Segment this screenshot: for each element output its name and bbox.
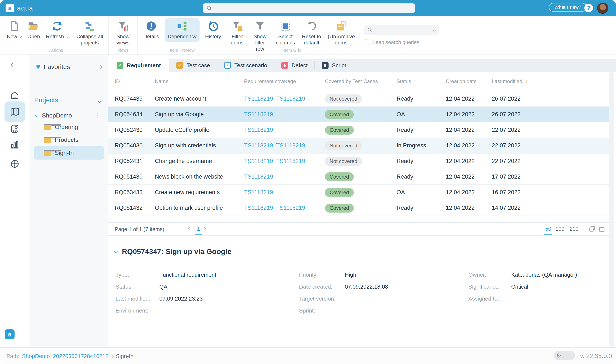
col-header-name[interactable]: Name <box>155 78 244 84</box>
show-views-button[interactable]: Show views <box>109 18 137 48</box>
col-header-modified[interactable]: Last modified ↓ <box>492 78 554 85</box>
table-row[interactable]: RQ053433 Create new requirements TS11182… <box>108 185 609 200</box>
page-size-100[interactable]: 100 <box>555 226 564 232</box>
refresh-button[interactable]: Refresh <box>43 18 71 42</box>
keep-search-queries-option[interactable]: Keep search queries <box>364 39 419 45</box>
coverage-links[interactable]: TS1118219, TS1118219 <box>244 158 305 164</box>
open-button[interactable]: Open <box>24 18 43 42</box>
field-value: High <box>345 272 356 278</box>
projects-title[interactable]: Projects <box>34 96 58 104</box>
table-row-selected[interactable]: RQ054634 Sign up via Google TS1118219 Co… <box>108 107 609 122</box>
page-size-50[interactable]: 50 <box>544 226 552 234</box>
cell-name: Option to mark user profile <box>155 205 244 211</box>
tab-defect[interactable]: Defect <box>274 59 315 72</box>
unarchive-items-button[interactable]: (Un)Archive items <box>325 18 358 48</box>
select-columns-button[interactable]: Select columns <box>273 18 298 48</box>
collapse-all-projects-button[interactable]: Collapse all projects <box>71 18 108 48</box>
table-row[interactable]: RQ051430 News block on the website TS111… <box>108 169 609 185</box>
favorites-expand-icon[interactable] <box>98 65 102 69</box>
field-value: 07.09.2022,23:23 <box>159 295 203 302</box>
reset-to-default-button[interactable]: Reset to default <box>298 18 325 48</box>
chevron-down-icon[interactable] <box>114 249 118 254</box>
home-icon[interactable] <box>10 90 20 100</box>
table-row[interactable]: RQ051432 Option to mark user profile TS1… <box>108 200 609 216</box>
current-page[interactable]: 1 <box>195 226 202 234</box>
kebab-menu-icon[interactable]: ⋮ <box>95 112 101 119</box>
dependency-button[interactable]: Dependency <box>165 18 200 42</box>
table-row[interactable]: RQ052439 Update eCoffe profile TS1118219… <box>108 122 609 138</box>
chevron-down-icon[interactable] <box>433 29 436 32</box>
settings-toggle[interactable]: ⚙ <box>554 351 575 360</box>
collapse-panel-icon[interactable] <box>11 63 15 67</box>
global-search-input[interactable] <box>203 3 415 13</box>
folder-icon <box>44 150 51 156</box>
cell-id: RQ054634 <box>108 111 155 118</box>
new-button[interactable]: New <box>4 18 24 42</box>
coverage-links[interactable]: TS1118219, TS1118219 <box>244 95 305 102</box>
collapse-projects-icon <box>84 21 95 32</box>
coverage-links[interactable]: TS1118219 <box>244 127 273 133</box>
coverage-badge: Covered <box>325 188 354 197</box>
archive-items-icon <box>336 21 347 32</box>
sort-desc-icon[interactable]: ↓ <box>525 78 528 85</box>
col-header-id[interactable]: ID <box>108 78 155 84</box>
cell-modified: 22.07.2022 <box>492 158 554 165</box>
page-summary: Page 1 of 1 (7 items) <box>115 226 164 233</box>
new-label: New <box>7 33 17 39</box>
projects-collapse-icon[interactable] <box>97 99 102 103</box>
cell-modified: 22.07.2022 <box>492 142 554 149</box>
col-header-coverage[interactable]: Requirement coverage <box>244 78 325 84</box>
tab-test-scenario[interactable]: Test scenario <box>217 59 274 72</box>
requirements-table: ID Name Requirement coverage Covered by … <box>108 72 609 216</box>
dashboard-icon[interactable] <box>10 159 20 169</box>
tree-item-shopdemo[interactable]: ShopDemo <box>36 112 72 119</box>
copy-icon[interactable] <box>589 225 596 233</box>
detail-header[interactable]: RQ0574347: Sign up via Google <box>115 247 232 256</box>
tree-item-ordering[interactable]: Ordering <box>44 124 78 130</box>
coverage-links[interactable]: TS1118219 <box>244 173 273 180</box>
archive-box-icon[interactable] <box>598 225 605 233</box>
coverage-badge: Not covered <box>325 141 362 150</box>
tree-item-sign-in[interactable]: Sign-In <box>44 150 74 156</box>
coverage-badge: Covered <box>325 172 354 181</box>
next-page-icon[interactable] <box>203 227 206 230</box>
favorites-header[interactable]: ♥ Favorites <box>36 63 70 71</box>
chevron-down-icon[interactable] <box>35 114 38 117</box>
table-row[interactable]: RQ052431 Change the username TS1118219, … <box>108 154 609 169</box>
help-button[interactable]: ? <box>584 4 593 12</box>
coverage-links[interactable]: TS1118219 <box>244 111 273 117</box>
cell-status: Ready <box>397 173 446 180</box>
cell-created: 12.04.2022 <box>446 111 492 118</box>
detail-column-3: Owner:Kate, Jonas (QA manager) Significa… <box>468 269 610 305</box>
automation-icon[interactable] <box>10 124 20 134</box>
filter-items-button[interactable]: Filter items <box>227 18 247 48</box>
details-button[interactable]: Details <box>140 18 162 42</box>
coverage-links[interactable]: TS1118219, TS1118219 <box>244 142 305 149</box>
col-header-created[interactable]: Creation date <box>446 78 492 84</box>
ribbon-search-input[interactable] <box>364 25 439 35</box>
coverage-links[interactable]: TS1118219 <box>244 189 273 195</box>
reports-icon[interactable] <box>10 140 20 150</box>
whats-new-button[interactable]: What's new? <box>549 3 587 12</box>
col-header-covered[interactable]: Covered by Test Cases <box>325 78 397 84</box>
user-avatar[interactable] <box>597 2 608 14</box>
show-views-label: Show views <box>112 33 134 46</box>
history-button[interactable]: History <box>202 18 224 42</box>
coverage-links[interactable]: TS1118219, TS1118219 <box>244 205 305 211</box>
cell-created: 12.04.2022 <box>446 95 492 102</box>
path-project-link[interactable]: ShopDemo_202203301728416212 <box>22 353 109 360</box>
field-label: Date created: <box>299 284 345 290</box>
page-size-200[interactable]: 200 <box>570 226 579 232</box>
prev-page-icon[interactable] <box>188 227 191 230</box>
tab-requirement[interactable]: Requirement <box>108 59 169 72</box>
map-view-icon[interactable] <box>10 107 20 117</box>
tree-item-products[interactable]: Products <box>44 136 79 143</box>
vertical-scrollbar[interactable] <box>609 72 614 347</box>
tab-test-case[interactable]: Test case <box>169 59 217 72</box>
col-header-status[interactable]: Status <box>397 78 446 84</box>
table-row[interactable]: RQ054030 Sign up with credentials TS1118… <box>108 138 609 154</box>
keep-search-checkbox[interactable] <box>364 39 369 45</box>
table-row[interactable]: RQ074435 Create new account TS1118219, T… <box>108 91 609 107</box>
field-value: Functional requirement <box>159 272 216 278</box>
tab-script[interactable]: Script <box>315 59 353 72</box>
